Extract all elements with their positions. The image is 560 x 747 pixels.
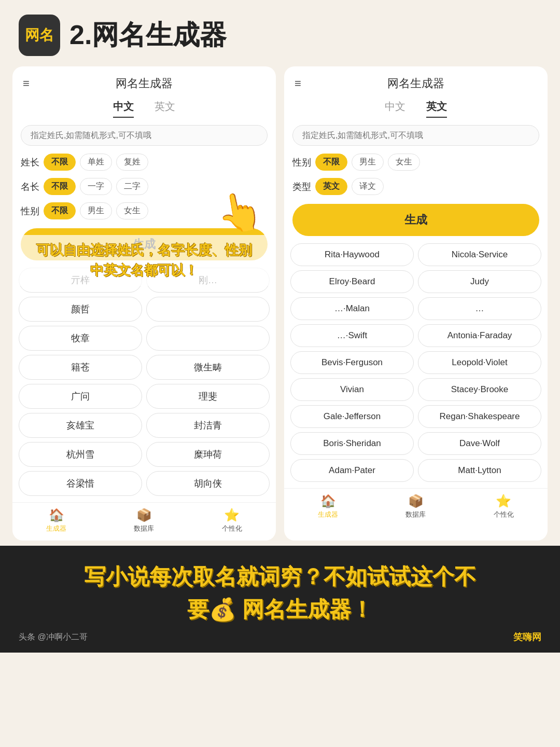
left-opt-compound-surname[interactable]: 复姓 — [116, 154, 148, 171]
left-opt-one-char[interactable]: 一字 — [80, 178, 112, 195]
left-panel-title: 网名生成器 — [116, 76, 173, 91]
right-option-label-type: 类型 — [292, 181, 311, 193]
left-nav-home-icon: 🏠 — [49, 508, 64, 522]
footer-watermark: 头条 @冲啊小二哥 — [19, 632, 88, 643]
left-name-item[interactable]: 籍苍 — [19, 355, 142, 380]
right-name-item[interactable]: Regan·Shakespeare — [418, 405, 541, 428]
left-opt-gender-female[interactable]: 女生 — [116, 202, 148, 219]
left-tab-chinese[interactable]: 中文 — [113, 100, 134, 118]
left-opt-single-surname[interactable]: 单姓 — [80, 154, 112, 171]
left-name-item[interactable] — [146, 297, 270, 322]
right-nav-database-label: 数据库 — [405, 510, 426, 519]
left-nav-generator[interactable]: 🏠 生成器 — [46, 508, 66, 533]
right-opt-gender-female[interactable]: 女生 — [388, 154, 420, 171]
footer-text: 写小说每次取名就词穷？不如试试这个不要💰 网名生成器！ — [19, 560, 541, 626]
right-nav-generator[interactable]: 🏠 生成器 — [318, 494, 338, 519]
left-names-grid: 亓梓 刚… 颜哲 牧章 籍苍 微生畴 广问 理斐 亥雄宝 封洁青 杭州雪 糜珅荷… — [12, 265, 276, 498]
right-name-item[interactable]: Nicola·Service — [418, 243, 541, 266]
right-nav-generator-label: 生成器 — [318, 510, 338, 519]
right-name-item[interactable]: Rita·Haywood — [290, 243, 414, 266]
left-name-item[interactable]: 亥雄宝 — [19, 413, 142, 438]
left-opt-gender-all[interactable]: 不限 — [44, 202, 76, 219]
panels-container: ≡ 网名生成器 中文 英文 姓长 不限 单姓 复姓 名长 不限 一字 二字 性别… — [0, 66, 560, 546]
page-title: 2.网名生成器 — [69, 17, 227, 53]
left-nav-database[interactable]: 📦 数据库 — [134, 508, 154, 533]
right-name-boris-sheridan[interactable]: Boris·Sheridan — [290, 432, 414, 455]
right-opt-gender-male[interactable]: 男生 — [352, 154, 384, 171]
right-nav-database[interactable]: 📦 数据库 — [405, 494, 426, 519]
right-name-item[interactable]: Adam·Pater — [290, 459, 414, 482]
right-tabs: 中文 英文 — [284, 96, 548, 118]
left-name-item[interactable]: 杭州雪 — [19, 442, 142, 467]
right-opt-type-english[interactable]: 英文 — [315, 178, 347, 195]
right-name-item[interactable]: …·Malan — [290, 297, 414, 320]
right-tab-english[interactable]: 英文 — [426, 100, 447, 118]
right-generate-button[interactable]: 生成 — [292, 204, 539, 236]
left-nav-personalize[interactable]: ⭐ 个性化 — [222, 508, 242, 533]
left-name-item[interactable]: 牧章 — [19, 326, 142, 351]
footer-logo: 笑嗨网 — [513, 631, 541, 643]
left-name-item[interactable]: 理斐 — [146, 384, 270, 409]
right-name-item[interactable]: Elroy·Beard — [290, 270, 414, 293]
right-opt-gender-all[interactable]: 不限 — [315, 154, 347, 171]
right-panel-topbar: ≡ 网名生成器 — [284, 66, 548, 96]
left-option-label-surname: 姓长 — [21, 156, 39, 169]
right-search-input[interactable] — [292, 125, 539, 146]
right-nav-db-icon: 📦 — [408, 494, 424, 508]
left-opt-two-char[interactable]: 二字 — [116, 178, 148, 195]
left-panel: ≡ 网名生成器 中文 英文 姓长 不限 单姓 复姓 名长 不限 一字 二字 性别… — [12, 66, 276, 541]
left-name-item[interactable]: 刚… — [146, 268, 270, 293]
left-name-item[interactable]: 糜珅荷 — [146, 442, 270, 467]
left-name-item[interactable]: 颜哲 — [19, 297, 142, 322]
right-menu-icon[interactable]: ≡ — [295, 77, 301, 90]
left-panel-topbar: ≡ 网名生成器 — [12, 66, 276, 96]
left-nav-star-icon: ⭐ — [224, 508, 240, 522]
left-opt-gender-male[interactable]: 男生 — [80, 202, 112, 219]
right-search-wrap — [284, 118, 548, 150]
right-name-item[interactable]: … — [418, 297, 541, 320]
left-nav-database-label: 数据库 — [134, 524, 154, 533]
footer-banner: 写小说每次取名就词穷？不如试试这个不要💰 网名生成器！ 头条 @冲啊小二哥 笑嗨… — [0, 546, 560, 653]
page-header: 网名 2.网名生成器 — [0, 0, 560, 66]
left-name-item[interactable]: 广问 — [19, 384, 142, 409]
right-name-item[interactable]: Vivian — [290, 378, 414, 401]
left-option-row-gender: 性别 不限 男生 女生 — [12, 199, 276, 223]
right-names-grid: Rita·Haywood Nicola·Service Elroy·Beard … — [284, 240, 548, 484]
left-opt-unlimited-surname[interactable]: 不限 — [44, 154, 76, 171]
app-icon: 网名 — [19, 15, 60, 56]
left-generate-button[interactable]: 生成 — [21, 228, 268, 260]
right-name-item[interactable]: Dave·Wolf — [418, 432, 541, 455]
right-tab-chinese[interactable]: 中文 — [385, 100, 405, 118]
right-name-item[interactable]: Leopold·Violet — [418, 351, 541, 374]
right-option-label-gender: 性别 — [292, 156, 311, 169]
left-name-item[interactable]: 封洁青 — [146, 413, 270, 438]
right-panel-title: 网名生成器 — [387, 76, 444, 91]
left-tabs: 中文 英文 — [12, 96, 276, 118]
left-search-input[interactable] — [21, 125, 268, 146]
right-nav-personalize-label: 个性化 — [494, 510, 514, 519]
right-name-item[interactable]: Judy — [418, 270, 541, 293]
left-name-item[interactable]: 胡向侠 — [146, 471, 270, 496]
left-name-item[interactable]: 谷梁惜 — [19, 471, 142, 496]
right-opt-type-translated[interactable]: 译文 — [352, 178, 384, 195]
left-menu-icon[interactable]: ≡ — [23, 77, 30, 90]
right-name-item[interactable]: Gale·Jefferson — [290, 405, 414, 428]
right-name-item[interactable]: Bevis·Ferguson — [290, 351, 414, 374]
right-name-item[interactable]: Matt·Lytton — [418, 459, 541, 482]
left-option-label-gender: 性别 — [21, 205, 39, 217]
right-name-item[interactable]: …·Swift — [290, 324, 414, 347]
left-search-wrap — [12, 118, 276, 150]
right-nav-personalize[interactable]: ⭐ 个性化 — [494, 494, 514, 519]
left-option-label-name-len: 名长 — [21, 181, 39, 193]
left-name-item[interactable] — [146, 326, 270, 351]
right-name-item[interactable]: Stacey·Brooke — [418, 378, 541, 401]
right-option-row-gender: 性别 不限 男生 女生 — [284, 150, 548, 174]
left-name-item[interactable]: 亓梓 — [19, 268, 142, 293]
right-name-item[interactable]: Antonia·Faraday — [418, 324, 541, 347]
left-tab-english[interactable]: 英文 — [155, 100, 175, 118]
footer-sub: 头条 @冲啊小二哥 笑嗨网 — [19, 631, 541, 643]
left-bottom-nav: 🏠 生成器 📦 数据库 ⭐ 个性化 — [12, 502, 276, 535]
left-name-item[interactable]: 微生畴 — [146, 355, 270, 380]
left-nav-personalize-label: 个性化 — [222, 524, 242, 533]
left-opt-unlimited-name[interactable]: 不限 — [44, 178, 76, 195]
